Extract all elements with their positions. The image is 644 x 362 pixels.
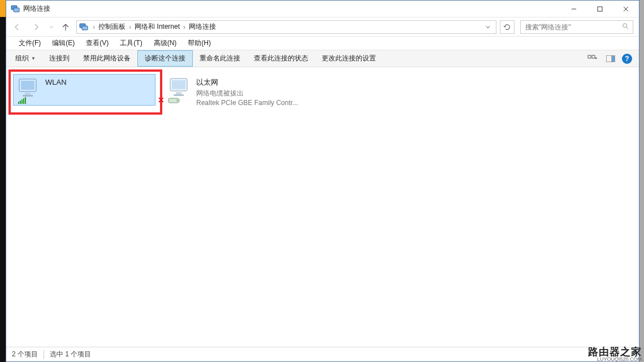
svg-rect-7 bbox=[82, 26, 88, 30]
breadcrumb-item[interactable]: 控制面板 bbox=[96, 22, 128, 32]
connection-status: 网络电缆被拔出 bbox=[196, 89, 298, 98]
breadcrumb-item[interactable]: 网络和 Internet bbox=[132, 22, 182, 32]
breadcrumb[interactable]: › 控制面板 › 网络和 Internet › 网络连接 bbox=[76, 20, 496, 34]
close-button[interactable] bbox=[613, 1, 639, 18]
chevron-right-icon[interactable]: › bbox=[128, 23, 132, 31]
window-controls bbox=[561, 1, 639, 18]
svg-rect-10 bbox=[588, 55, 591, 58]
connection-name: WLAN bbox=[45, 78, 67, 86]
status-selected-count: 选中 1 个项目 bbox=[50, 350, 91, 359]
svg-rect-18 bbox=[23, 95, 33, 97]
menu-help[interactable]: 帮助(H) bbox=[182, 38, 217, 48]
status-separator bbox=[44, 350, 44, 359]
menu-bar: 文件(F) 编辑(E) 查看(V) 工具(T) 高级(N) 帮助(H) bbox=[6, 37, 639, 50]
toolbar-right: ? bbox=[586, 53, 637, 65]
maximize-button[interactable] bbox=[587, 1, 613, 18]
refresh-button[interactable] bbox=[500, 20, 515, 34]
svg-rect-14 bbox=[612, 56, 615, 62]
svg-rect-24 bbox=[176, 99, 180, 102]
menu-advanced[interactable]: 高级(N) bbox=[148, 38, 183, 48]
disconnected-x-icon: ✕ bbox=[158, 95, 165, 104]
menu-tools[interactable]: 工具(T) bbox=[114, 38, 148, 48]
view-status-button[interactable]: 查看此连接的状态 bbox=[247, 50, 315, 67]
titlebar: 网络连接 bbox=[6, 1, 639, 18]
window-title: 网络连接 bbox=[23, 4, 50, 14]
connection-info: WLAN bbox=[45, 78, 67, 88]
forward-button[interactable] bbox=[28, 19, 45, 35]
navigation-bar: › 控制面板 › 网络和 Internet › 网络连接 bbox=[6, 18, 639, 37]
explorer-window: 网络连接 bbox=[6, 0, 639, 362]
connection-info: 以太网 网络电缆被拔出 Realtek PCIe GBE Family Cont… bbox=[196, 77, 298, 107]
svg-rect-16 bbox=[21, 81, 34, 90]
chevron-right-icon[interactable]: › bbox=[182, 23, 187, 31]
wlan-adapter-icon bbox=[17, 78, 41, 102]
connection-item-ethernet[interactable]: 以太网 网络电缆被拔出 Realtek PCIe GBE Family Cont… bbox=[165, 74, 306, 110]
svg-rect-21 bbox=[176, 92, 181, 94]
connection-detail: Realtek PCIe GBE Family Contr... bbox=[196, 99, 298, 107]
help-button[interactable]: ? bbox=[622, 54, 632, 64]
svg-rect-3 bbox=[598, 7, 602, 11]
chevron-down-icon: ▼ bbox=[31, 56, 36, 61]
address-dropdown[interactable] bbox=[482, 23, 494, 31]
connect-to-button[interactable]: 连接到 bbox=[42, 50, 76, 67]
menu-file[interactable]: 文件(F) bbox=[13, 38, 46, 48]
disable-device-button[interactable]: 禁用此网络设备 bbox=[76, 50, 137, 67]
search-box[interactable] bbox=[520, 20, 633, 34]
network-connections-icon bbox=[79, 23, 88, 32]
change-settings-button[interactable]: 更改此连接的设置 bbox=[315, 50, 383, 67]
command-bar: 组织 ▼ 连接到 禁用此网络设备 诊断这个连接 重命名此连接 查看此连接的状态 … bbox=[6, 50, 639, 67]
svg-rect-17 bbox=[25, 93, 31, 95]
svg-rect-20 bbox=[172, 80, 185, 89]
wifi-signal-icon bbox=[18, 97, 26, 104]
menu-view[interactable]: 查看(V) bbox=[80, 38, 114, 48]
status-item-count: 2 个项目 bbox=[12, 350, 38, 359]
connection-item-wlan[interactable]: WLAN bbox=[13, 74, 155, 106]
connection-name: 以太网 bbox=[196, 77, 298, 88]
search-input[interactable] bbox=[524, 23, 621, 32]
recent-dropdown[interactable] bbox=[47, 19, 56, 35]
svg-rect-1 bbox=[14, 8, 19, 12]
svg-line-9 bbox=[626, 27, 629, 29]
chevron-right-icon[interactable]: › bbox=[92, 23, 96, 31]
organize-label: 组织 bbox=[15, 54, 29, 63]
minimize-button[interactable] bbox=[561, 1, 587, 18]
status-bar: 2 个项目 选中 1 个项目 bbox=[6, 347, 639, 361]
right-desktop-strip bbox=[639, 0, 644, 362]
network-card-icon bbox=[168, 97, 180, 104]
diagnose-button[interactable]: 诊断这个连接 bbox=[137, 50, 193, 67]
rename-button[interactable]: 重命名此连接 bbox=[193, 50, 247, 67]
left-desktop-strip bbox=[0, 0, 6, 362]
breadcrumb-item[interactable]: 网络连接 bbox=[187, 22, 218, 32]
svg-rect-11 bbox=[592, 55, 595, 58]
up-button[interactable] bbox=[58, 19, 73, 35]
search-icon[interactable] bbox=[621, 22, 629, 32]
organize-button[interactable]: 组织 ▼ bbox=[8, 50, 42, 67]
content-area[interactable]: WLAN ✕ 以太网 网络电缆被拔出 bbox=[6, 67, 639, 347]
preview-pane-button[interactable] bbox=[604, 53, 617, 65]
svg-point-8 bbox=[623, 24, 627, 28]
menu-edit[interactable]: 编辑(E) bbox=[46, 38, 80, 48]
view-options-button[interactable] bbox=[586, 53, 599, 65]
ethernet-adapter-icon bbox=[168, 77, 192, 101]
svg-rect-22 bbox=[174, 94, 184, 96]
back-button[interactable] bbox=[8, 19, 25, 35]
network-connections-icon bbox=[11, 5, 20, 14]
